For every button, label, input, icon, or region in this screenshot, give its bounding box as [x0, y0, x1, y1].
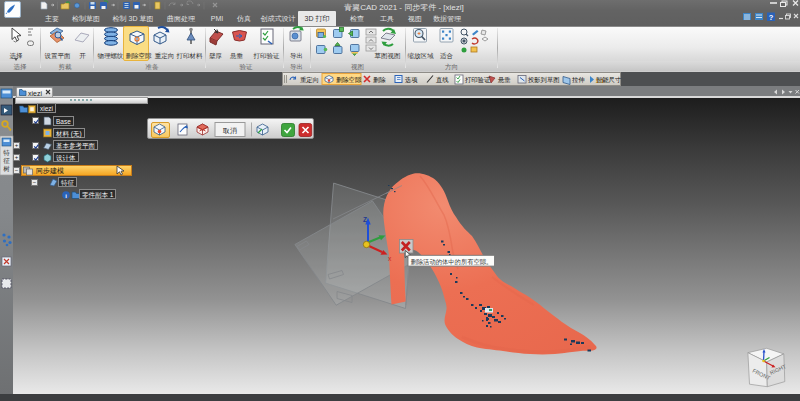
svg-text:xiezi: xiezi [28, 90, 42, 97]
svg-text:取消: 取消 [222, 127, 237, 135]
svg-text:树: 树 [3, 165, 10, 172]
svg-text:特: 特 [3, 149, 10, 157]
svg-text:征: 征 [3, 157, 10, 164]
